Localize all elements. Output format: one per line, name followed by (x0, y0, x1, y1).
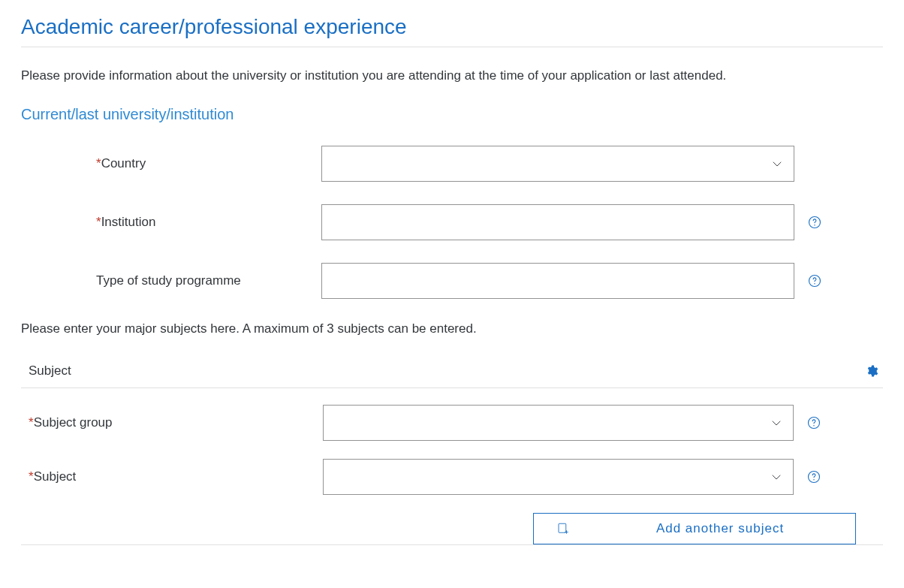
subject-select[interactable] (323, 459, 794, 495)
svg-point-5 (813, 425, 815, 427)
help-icon[interactable] (807, 416, 821, 430)
add-subject-button[interactable]: Add another subject (533, 513, 856, 544)
label-subject: *Subject (21, 469, 321, 484)
input-wrapper-institution (321, 204, 794, 240)
subject-header: Subject (21, 354, 883, 388)
input-wrapper-country (321, 146, 794, 182)
input-wrapper-subject (323, 459, 794, 495)
required-mark: * (96, 215, 101, 229)
subject-group-select[interactable] (323, 405, 794, 441)
form-row-country: *Country (21, 146, 883, 182)
form-row-institution: *Institution (21, 204, 883, 240)
form-row-programme: Type of study programme (21, 263, 883, 299)
add-button-row: Add another subject (21, 513, 883, 545)
label-institution: *Institution (21, 215, 321, 230)
input-wrapper-programme (321, 263, 794, 299)
title-divider (21, 47, 883, 47)
help-icon[interactable] (808, 216, 821, 229)
label-institution-text: Institution (101, 215, 156, 229)
label-subject-text: Subject (34, 469, 77, 484)
label-country-text: Country (101, 156, 146, 170)
svg-point-3 (814, 283, 815, 285)
label-subject-group: *Subject group (21, 415, 321, 430)
label-programme-text: Type of study programme (96, 273, 241, 288)
subjects-intro: Please enter your major subjects here. A… (21, 321, 883, 336)
subject-header-label: Subject (29, 363, 71, 378)
section-title: Current/last university/institution (21, 106, 883, 123)
help-icon[interactable] (808, 274, 821, 288)
country-select[interactable] (321, 146, 794, 182)
page-title: Academic career/professional experience (21, 15, 883, 39)
institution-input[interactable] (321, 204, 794, 240)
svg-point-1 (814, 225, 815, 226)
intro-text: Please provide information about the uni… (21, 68, 883, 83)
form-row-subject-group: *Subject group (21, 405, 883, 441)
required-mark: * (96, 156, 101, 170)
gear-icon[interactable] (865, 364, 878, 378)
svg-rect-8 (559, 523, 566, 532)
label-country: *Country (21, 156, 321, 171)
svg-point-7 (813, 479, 815, 481)
programme-input[interactable] (321, 263, 794, 299)
label-programme: Type of study programme (21, 273, 321, 288)
subject-form: *Subject group *Subject (21, 405, 883, 495)
add-button-label: Add another subject (607, 521, 833, 536)
required-mark: * (29, 469, 34, 484)
input-wrapper-subject-group (323, 405, 794, 441)
label-subject-group-text: Subject group (34, 415, 113, 430)
form-row-subject: *Subject (21, 459, 883, 495)
help-icon[interactable] (807, 470, 821, 484)
required-mark: * (29, 415, 34, 430)
add-page-icon (556, 522, 570, 535)
